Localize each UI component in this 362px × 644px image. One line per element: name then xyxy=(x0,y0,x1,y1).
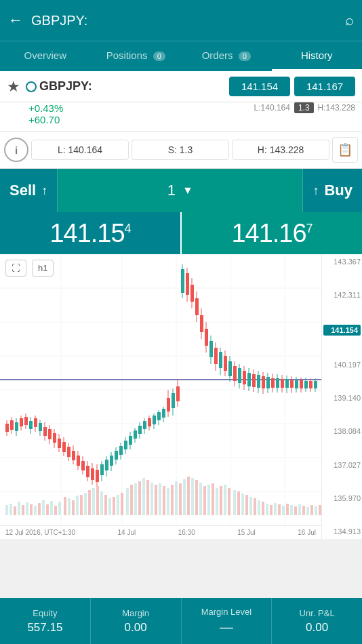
buy-button[interactable]: ↑ Buy xyxy=(303,169,362,212)
svg-rect-30 xyxy=(76,496,79,515)
svg-rect-119 xyxy=(72,451,75,460)
svg-rect-107 xyxy=(43,427,47,436)
svg-rect-125 xyxy=(86,466,89,477)
svg-rect-17 xyxy=(22,505,24,515)
svg-rect-187 xyxy=(233,366,237,381)
timeframe-button[interactable]: h1 xyxy=(32,260,54,277)
lot-selector[interactable]: 1 ▼ xyxy=(57,169,303,212)
svg-rect-123 xyxy=(81,461,85,470)
svg-rect-141 xyxy=(124,441,127,449)
svg-rect-14 xyxy=(9,504,12,515)
svg-rect-88 xyxy=(315,506,317,515)
svg-rect-147 xyxy=(138,426,142,434)
equity-label: Equity xyxy=(33,608,57,618)
tab-orders[interactable]: Orders 0 xyxy=(181,41,272,71)
svg-rect-15 xyxy=(14,506,16,515)
svg-rect-183 xyxy=(224,356,227,371)
svg-rect-157 xyxy=(162,409,165,418)
svg-rect-181 xyxy=(219,352,222,368)
svg-rect-38 xyxy=(108,498,111,515)
back-button[interactable]: ← xyxy=(8,12,23,29)
svg-rect-47 xyxy=(146,480,149,515)
svg-rect-23 xyxy=(46,504,49,515)
sell-price-button[interactable]: 141.154 xyxy=(229,77,290,96)
low-stat: L: 140.164 xyxy=(31,140,129,160)
svg-rect-57 xyxy=(187,477,190,515)
svg-rect-52 xyxy=(167,488,169,515)
chart-y-axis: 143.367 142.311 141.154 140.197 139.140 … xyxy=(321,254,362,539)
svg-rect-50 xyxy=(159,483,161,515)
svg-rect-165 xyxy=(181,269,184,293)
svg-rect-159 xyxy=(167,398,170,411)
svg-rect-211 xyxy=(290,380,294,388)
svg-rect-219 xyxy=(309,381,313,388)
clipboard-button[interactable]: 📋 xyxy=(332,137,358,163)
svg-rect-93 xyxy=(10,420,14,430)
svg-rect-22 xyxy=(42,500,45,515)
y-label-7: 135.970 xyxy=(323,494,361,502)
candlestick-chart xyxy=(0,254,321,525)
positions-badge: 0 xyxy=(153,52,165,61)
svg-rect-69 xyxy=(237,491,240,515)
svg-rect-117 xyxy=(67,447,71,457)
svg-rect-33 xyxy=(88,490,91,515)
margin-label: Margin xyxy=(122,608,149,618)
lot-value: 1 xyxy=(167,182,176,199)
svg-rect-153 xyxy=(153,416,156,424)
star-icon[interactable]: ★ xyxy=(7,78,20,96)
bottom-bar: Equity 557.15 Margin 0.00 Margin Level —… xyxy=(0,598,362,644)
sell-label: Sell xyxy=(9,182,36,199)
svg-rect-19 xyxy=(30,504,33,515)
tab-positions[interactable]: Positions 0 xyxy=(91,41,182,71)
chart-container[interactable]: ⛶ h1 xyxy=(0,254,362,539)
svg-rect-74 xyxy=(258,500,260,515)
svg-rect-54 xyxy=(175,481,178,515)
tab-history[interactable]: History xyxy=(272,41,363,71)
svg-rect-215 xyxy=(300,380,303,388)
svg-rect-103 xyxy=(34,418,37,427)
tab-orders-label: Orders xyxy=(202,49,233,61)
svg-rect-60 xyxy=(199,483,202,515)
svg-rect-26 xyxy=(58,502,61,515)
svg-rect-24 xyxy=(50,501,53,515)
svg-rect-111 xyxy=(53,433,56,443)
svg-rect-42 xyxy=(126,488,129,515)
svg-rect-37 xyxy=(104,495,107,515)
y-label-8: 134.913 xyxy=(323,527,361,536)
info-button[interactable]: i xyxy=(4,138,28,162)
svg-rect-161 xyxy=(172,393,175,408)
fullscreen-button[interactable]: ⛶ xyxy=(5,260,26,277)
sell-button[interactable]: Sell ↑ xyxy=(0,169,57,212)
margin-stat: Margin 0.00 xyxy=(91,598,182,644)
margin-level-stat: Margin Level — xyxy=(182,598,273,644)
svg-rect-179 xyxy=(214,348,218,364)
svg-rect-149 xyxy=(143,421,146,429)
svg-rect-39 xyxy=(113,497,115,515)
svg-rect-59 xyxy=(195,480,198,515)
buy-price-small: 7 xyxy=(306,222,313,235)
svg-rect-77 xyxy=(270,505,273,515)
svg-rect-67 xyxy=(228,488,230,515)
svg-rect-84 xyxy=(298,504,301,515)
stats-row: i L: 140.164 S: 1.3 H: 143.228 📋 xyxy=(0,132,362,169)
svg-rect-48 xyxy=(150,483,153,515)
svg-rect-58 xyxy=(191,478,194,515)
current-price-label: 141.154 xyxy=(323,325,361,336)
svg-rect-56 xyxy=(183,479,186,515)
svg-rect-173 xyxy=(200,315,203,332)
x-label-1: 12 Jul 2016, UTC+1:30 xyxy=(5,529,75,536)
svg-rect-28 xyxy=(68,498,71,515)
tab-overview[interactable]: Overview xyxy=(0,41,91,71)
svg-rect-151 xyxy=(148,418,151,426)
svg-rect-115 xyxy=(62,442,66,452)
sell-arrow-icon: ↑ xyxy=(41,184,47,198)
svg-rect-169 xyxy=(190,285,194,302)
chart-x-axis: 12 Jul 2016, UTC+1:30 14 Jul 16:30 15 Ju… xyxy=(0,525,321,539)
svg-rect-61 xyxy=(203,486,206,515)
buy-price-button[interactable]: 141.167 xyxy=(294,77,355,96)
svg-rect-91 xyxy=(5,424,9,432)
svg-rect-75 xyxy=(262,502,264,515)
svg-rect-29 xyxy=(72,500,75,515)
unr-pl-label: Unr. P&L xyxy=(300,608,335,618)
search-icon[interactable]: ⌕ xyxy=(345,12,354,29)
